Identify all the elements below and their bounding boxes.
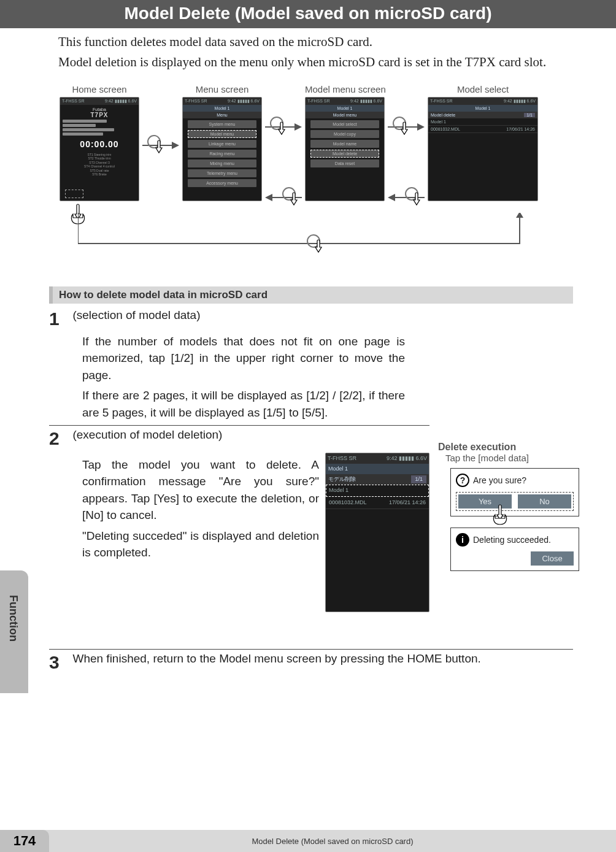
status-left: T-FHSS SR <box>307 99 330 104</box>
svg-marker-4 <box>295 123 302 131</box>
modelmenu-screen: T-FHSS SR9:42 ▮▮▮▮▮ 6.6V Model 1 Model m… <box>305 97 385 201</box>
intro-block: This function deletes model data saved o… <box>58 33 573 72</box>
menu-title: Menu <box>183 112 261 118</box>
svg-marker-7 <box>417 123 425 131</box>
home-product: T7PX <box>63 112 136 118</box>
menu-item[interactable]: Accessory menu <box>188 179 256 187</box>
status-left: T-FHSS SR <box>62 99 85 104</box>
home-usermenu-highlight <box>65 190 83 198</box>
step-number: 3 <box>49 652 70 673</box>
modelmenu-screen-label: Model menu screen <box>305 84 386 94</box>
step2-screen: T-FHSS SR9:42 ▮▮▮▮▮ 6.6V Model 1 モデル削除 1… <box>325 453 429 612</box>
right-panel-sub: Tap the [model data] <box>445 453 591 463</box>
model-name: Model 1 <box>431 120 446 124</box>
model-line: Model 1 <box>326 464 429 474</box>
menu-item-model-menu[interactable]: Model menu <box>188 130 256 138</box>
status-right: 9:42 ▮▮▮▮▮ 6.6V <box>105 99 137 104</box>
menu-item-model-delete[interactable]: Model delete <box>310 150 379 158</box>
tap-icon <box>305 232 329 257</box>
status-right: 9:42 ▮▮▮▮▮ 6.6V <box>504 99 536 104</box>
menu-item[interactable]: Model select <box>310 120 379 128</box>
intro-p2: Model deletion is displayed on the menu … <box>58 53 573 71</box>
step-number: 2 <box>49 428 70 449</box>
intro-p1: This function deletes model data saved o… <box>58 33 573 51</box>
status-left: T-FHSS SR <box>328 455 356 462</box>
page-indicator[interactable]: 1/1 <box>411 475 426 483</box>
home-screen-label: Home screen <box>60 84 139 94</box>
model-file: 00081032.MDL <box>431 127 460 131</box>
step-heading: (selection of model data) <box>72 309 200 321</box>
svg-marker-15 <box>516 213 523 218</box>
side-tab: Function <box>0 570 28 693</box>
home-timer: 00:00.00 <box>63 139 136 149</box>
model-line: Model 1 <box>306 105 384 112</box>
model-line: Model 1 <box>428 105 537 112</box>
screen-title: モデル削除 <box>328 475 356 483</box>
menu-item[interactable]: Racing menu <box>188 150 256 158</box>
info-icon: i <box>456 533 469 547</box>
status-right: 9:42 ▮▮▮▮▮ 6.6V <box>228 99 260 104</box>
model-date: 17/06/21 14:26 <box>506 127 535 131</box>
tap-icon <box>280 185 305 210</box>
menu-screen-label: Menu screen <box>182 84 262 94</box>
no-button[interactable]: No <box>518 494 571 509</box>
step1-p1: If the number of models that does not fi… <box>82 333 405 384</box>
menu-item[interactable]: Telemetry menu <box>188 169 256 177</box>
tap-icon <box>145 133 170 158</box>
success-text: Deleting succeeded. <box>473 535 551 545</box>
status-right: 9:42 ▮▮▮▮▮ 6.6V <box>387 455 427 462</box>
modelmenu-title: Model menu <box>306 112 384 118</box>
side-tab-label: Function <box>7 595 20 642</box>
menu-item[interactable]: Linkage menu <box>188 140 256 148</box>
step-3: 3 When finished, return to the Model men… <box>49 649 573 673</box>
tap-icon <box>403 185 428 210</box>
step3-text: When finished, return to the Model menu … <box>72 652 480 665</box>
list-item[interactable]: 00081032.MDL 17/06/21 14:26 <box>428 126 537 133</box>
step2-p2: "Deleting succeded" is displayed and del… <box>82 528 319 561</box>
tap-icon <box>488 502 512 527</box>
menu-item[interactable]: Data reset <box>310 159 379 167</box>
menu-item[interactable]: Model name <box>310 140 379 148</box>
home-screen: T-FHSS SR9:42 ▮▮▮▮▮ 6.6V Futaba T7PX 00:… <box>60 97 139 201</box>
step-number: 1 <box>49 309 70 329</box>
delete-execution-panel: Delete execution Tap the [model data] ? … <box>438 442 591 582</box>
home-brand: Futaba <box>63 107 136 112</box>
dialog-buttons: Yes No <box>456 492 574 511</box>
list-item[interactable]: Model 1 <box>428 118 537 126</box>
model-date: 17/06/21 14:26 <box>389 499 426 507</box>
tap-icon <box>391 115 415 139</box>
model-line: Model 1 <box>183 105 261 112</box>
step1-p2: If there are 2 pages, it will be display… <box>82 387 405 421</box>
menu-item[interactable]: System menu <box>188 120 256 128</box>
step-heading: (execution of model deletion) <box>72 428 222 441</box>
svg-marker-12 <box>388 194 395 201</box>
page-indicator[interactable]: 1/1 <box>524 113 535 117</box>
question-icon: ? <box>456 474 469 487</box>
svg-marker-1 <box>172 142 179 149</box>
page-number: 174 <box>0 830 49 852</box>
svg-marker-9 <box>265 194 272 201</box>
page-footer: 174 Model Delete (Model saved on microSD… <box>0 830 616 852</box>
modeldelete-title: Model delete <box>431 113 455 117</box>
close-button[interactable]: Close <box>531 551 574 566</box>
step2-p1: Tap the model you want to delete. A conf… <box>82 456 319 524</box>
status-left: T-FHSS SR <box>185 99 207 104</box>
menu-item[interactable]: Mixing menu <box>188 159 256 167</box>
model-file: 00081032.MDL <box>329 499 367 507</box>
menu-item[interactable]: Model copy <box>310 130 379 138</box>
list-item[interactable]: 00081032.MDL 17/06/21 14:26 <box>326 497 429 509</box>
right-panel-title: Delete execution <box>438 442 591 453</box>
status-left: T-FHSS SR <box>430 99 453 104</box>
section-heading: How to delete model data in microSD card <box>49 286 573 304</box>
status-right: 9:42 ▮▮▮▮▮ 6.6V <box>350 99 382 104</box>
page-title-bar: Model Delete (Model saved on microSD car… <box>0 0 616 28</box>
step-1: 1 (selection of model data) If the numbe… <box>49 306 405 421</box>
modelselect-screen: T-FHSS SR9:42 ▮▮▮▮▮ 6.6V Model 1 Model d… <box>428 97 538 201</box>
confirm-text: Are you sure? <box>473 475 526 485</box>
confirm-dialog: ? Are you sure? Yes No <box>450 468 579 516</box>
step-2: 2 (execution of model deletion) Tap the … <box>49 425 429 612</box>
footer-text: Model Delete (Model saved on microSD car… <box>49 837 616 846</box>
list-item-highlight[interactable]: Model 1 <box>326 485 429 497</box>
tap-icon <box>268 115 293 139</box>
menu-screen: T-FHSS SR9:42 ▮▮▮▮▮ 6.6V Model 1 Menu Sy… <box>182 97 262 201</box>
